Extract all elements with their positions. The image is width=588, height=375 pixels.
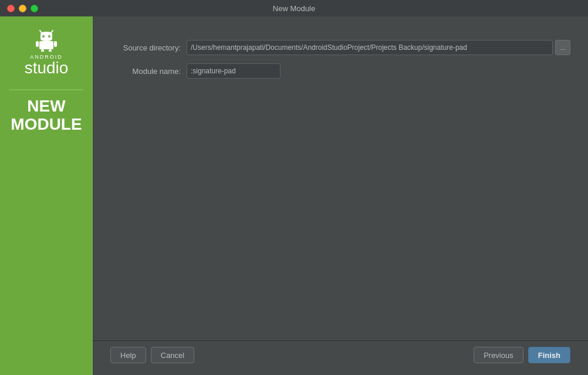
svg-rect-5 — [36, 41, 39, 47]
form-area: Source directory: ... Module name: — [110, 40, 570, 340]
bottom-bar: Help Cancel Previous Finish — [93, 340, 588, 363]
close-button[interactable] — [7, 5, 15, 12]
help-button[interactable]: Help — [110, 347, 146, 363]
cancel-button[interactable]: Cancel — [151, 347, 194, 363]
svg-rect-6 — [54, 41, 57, 47]
svg-rect-8 — [49, 49, 52, 52]
title-bar: New Module — [0, 0, 588, 16]
module-name-input[interactable] — [187, 63, 281, 79]
svg-rect-4 — [39, 41, 53, 49]
svg-point-3 — [48, 35, 50, 38]
source-directory-input-group: ... — [187, 40, 570, 55]
source-directory-label: Source directory: — [110, 43, 187, 52]
window-title: New Module — [273, 4, 315, 13]
sidebar: ANDROID studio NEW MODULE — [0, 16, 93, 375]
new-module-label: NEW MODULE — [4, 97, 89, 134]
module-name-row: Module name: — [110, 63, 570, 79]
source-directory-row: Source directory: ... — [110, 40, 570, 55]
main-container: ANDROID studio NEW MODULE Source directo… — [0, 16, 588, 375]
bottom-right-buttons: Previous Finish — [474, 347, 570, 363]
content-area: Source directory: ... Module name: Help … — [93, 16, 588, 375]
studio-text: studio — [25, 60, 69, 76]
previous-button[interactable]: Previous — [474, 347, 523, 363]
module-name-label: Module name: — [110, 67, 187, 76]
traffic-lights — [7, 5, 38, 12]
studio-label: ANDROID studio — [25, 54, 69, 76]
source-directory-input[interactable] — [187, 40, 553, 55]
maximize-button[interactable] — [31, 5, 38, 12]
minimize-button[interactable] — [19, 5, 26, 12]
svg-point-2 — [42, 35, 45, 38]
android-robot-icon — [35, 28, 58, 52]
sidebar-divider — [9, 89, 83, 90]
bottom-left-buttons: Help Cancel — [110, 347, 194, 363]
finish-button[interactable]: Finish — [528, 347, 570, 363]
browse-button[interactable]: ... — [555, 40, 570, 55]
svg-rect-7 — [41, 49, 44, 52]
